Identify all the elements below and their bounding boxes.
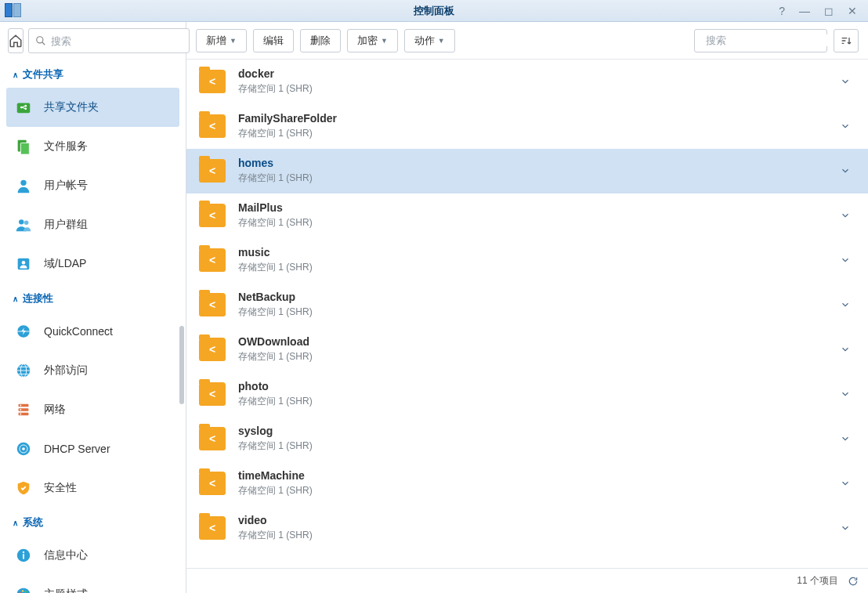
expand-button[interactable] xyxy=(835,210,855,221)
shared-folder-icon: < xyxy=(199,427,226,450)
shared-folder-icon: < xyxy=(199,516,226,540)
sidebar-item-info-center[interactable]: 信息中心 xyxy=(0,536,186,575)
sidebar-item-label: DHCP Server xyxy=(44,443,110,455)
chevron-up-icon: ∧ xyxy=(13,295,18,303)
sidebar-item-external-access[interactable]: 外部访问 xyxy=(0,351,186,390)
chevron-up-icon: ∧ xyxy=(13,519,18,527)
svg-point-8 xyxy=(20,180,26,186)
folder-name: MailPlus xyxy=(238,201,823,214)
folder-row[interactable]: <OWDownload存储空间 1 (SHR) xyxy=(186,327,868,372)
chevron-down-icon xyxy=(840,522,851,533)
expand-button[interactable] xyxy=(835,299,855,310)
folder-row[interactable]: <syslog存储空间 1 (SHR) xyxy=(186,417,868,461)
sort-button[interactable] xyxy=(834,29,859,52)
expand-button[interactable] xyxy=(835,522,855,533)
sidebar-section-2[interactable]: ∧系统 xyxy=(0,508,186,536)
folder-row[interactable]: <music存储空间 1 (SHR) xyxy=(186,238,868,283)
sidebar-item-security[interactable]: 安全性 xyxy=(0,468,186,508)
chevron-down-icon xyxy=(840,344,851,355)
folder-location: 存储空间 1 (SHR) xyxy=(238,350,823,363)
chevron-down-icon xyxy=(840,121,851,132)
refresh-button[interactable] xyxy=(848,576,859,587)
sidebar-item-dhcp-server[interactable]: DHCP Server xyxy=(0,429,186,468)
sidebar-search-input[interactable] xyxy=(51,35,183,47)
caret-down-icon: ▼ xyxy=(230,37,237,45)
expand-button[interactable] xyxy=(835,76,855,87)
sidebar-item-label: 文件服务 xyxy=(44,139,88,154)
search-icon xyxy=(35,35,46,46)
shared-folder-icon: < xyxy=(199,338,226,361)
folder-name: FamilyShareFolder xyxy=(238,112,823,125)
folder-name: syslog xyxy=(238,425,823,437)
action-button[interactable]: 动作▼ xyxy=(404,29,455,52)
dhcp-server-icon xyxy=(14,439,33,458)
chevron-down-icon xyxy=(840,255,851,266)
folder-row[interactable]: <docker存储空间 1 (SHR) xyxy=(186,60,868,104)
chevron-down-icon xyxy=(840,299,851,310)
expand-button[interactable] xyxy=(835,121,855,132)
expand-button[interactable] xyxy=(835,389,855,400)
sidebar-item-label: 域/LDAP xyxy=(44,257,86,271)
toolbar-search-input[interactable] xyxy=(706,34,837,46)
folder-row[interactable]: <NetBackup存储空间 1 (SHR) xyxy=(186,283,868,327)
folder-location: 存储空间 1 (SHR) xyxy=(238,306,823,319)
help-icon[interactable]: ? xyxy=(779,5,785,17)
sidebar-item-label: 外部访问 xyxy=(44,363,88,378)
sidebar-item-file-services[interactable]: 文件服务 xyxy=(0,127,186,166)
chevron-down-icon xyxy=(840,433,851,444)
sidebar-item-user-account[interactable]: 用户帐号 xyxy=(0,166,186,205)
section-label: 系统 xyxy=(23,515,43,530)
home-icon xyxy=(9,34,23,48)
encrypt-button[interactable]: 加密▼ xyxy=(347,29,398,52)
sidebar-search[interactable] xyxy=(28,28,190,53)
chevron-down-icon xyxy=(840,478,851,489)
folder-row[interactable]: <timeMachine存储空间 1 (SHR) xyxy=(186,461,868,506)
expand-button[interactable] xyxy=(835,433,855,444)
delete-button[interactable]: 删除 xyxy=(300,29,341,52)
caret-down-icon: ▼ xyxy=(381,37,388,45)
folder-row[interactable]: <video存储空间 1 (SHR) xyxy=(186,506,868,551)
user-group-icon xyxy=(14,215,33,234)
maximize-icon[interactable]: ◻ xyxy=(824,5,834,17)
sidebar-item-domain-ldap[interactable]: 域/LDAP xyxy=(0,244,186,284)
sidebar-section-0[interactable]: ∧文件共享 xyxy=(0,60,186,88)
close-icon[interactable]: ✕ xyxy=(848,5,857,17)
sidebar-item-network[interactable]: 网络 xyxy=(0,390,186,429)
toolbar-search[interactable] xyxy=(694,29,827,52)
shared-folder-icon: < xyxy=(199,204,226,227)
chevron-down-icon xyxy=(840,210,851,221)
svg-point-24 xyxy=(22,447,25,450)
folder-name: video xyxy=(238,514,823,526)
expand-button[interactable] xyxy=(835,478,855,489)
minimize-icon[interactable]: — xyxy=(799,5,810,17)
expand-button[interactable] xyxy=(835,165,855,176)
folder-location: 存储空间 1 (SHR) xyxy=(238,395,823,408)
folder-row[interactable]: <FamilyShareFolder存储空间 1 (SHR) xyxy=(186,104,868,149)
section-label: 连接性 xyxy=(23,291,53,306)
new-button[interactable]: 新增▼ xyxy=(196,29,247,52)
content: 新增▼ 编辑 删除 加密▼ 动作▼ <docker存储空间 1 (SHR)<Fa… xyxy=(186,22,868,593)
folder-row[interactable]: <MailPlus存储空间 1 (SHR) xyxy=(186,193,868,238)
sidebar-item-user-group[interactable]: 用户群组 xyxy=(0,205,186,244)
expand-button[interactable] xyxy=(835,344,855,355)
expand-button[interactable] xyxy=(835,255,855,266)
folder-name: docker xyxy=(238,67,823,80)
home-button[interactable] xyxy=(8,28,24,53)
folder-row[interactable]: <homes存储空间 1 (SHR) xyxy=(186,149,868,193)
folder-name: photo xyxy=(238,380,823,392)
folder-row[interactable]: <photo存储空间 1 (SHR) xyxy=(186,372,868,417)
folder-name: music xyxy=(238,246,823,259)
theme-style-icon xyxy=(14,585,33,593)
sidebar-item-shared-folder[interactable]: 共享文件夹 xyxy=(6,88,179,127)
shared-folder-icon: < xyxy=(199,382,226,406)
domain-ldap-icon xyxy=(14,255,33,273)
sidebar-item-quickconnect[interactable]: QuickConnect xyxy=(0,312,186,351)
sidebar-section-1[interactable]: ∧连接性 xyxy=(0,284,186,312)
svg-point-9 xyxy=(19,219,24,224)
sidebar-scrollbar[interactable] xyxy=(179,326,184,404)
shared-folder-icon: < xyxy=(199,159,226,183)
sidebar-item-theme-style[interactable]: 主题样式 xyxy=(0,575,186,593)
svg-point-10 xyxy=(24,221,28,226)
shared-folder-icon xyxy=(14,98,33,117)
edit-button[interactable]: 编辑 xyxy=(253,29,294,52)
